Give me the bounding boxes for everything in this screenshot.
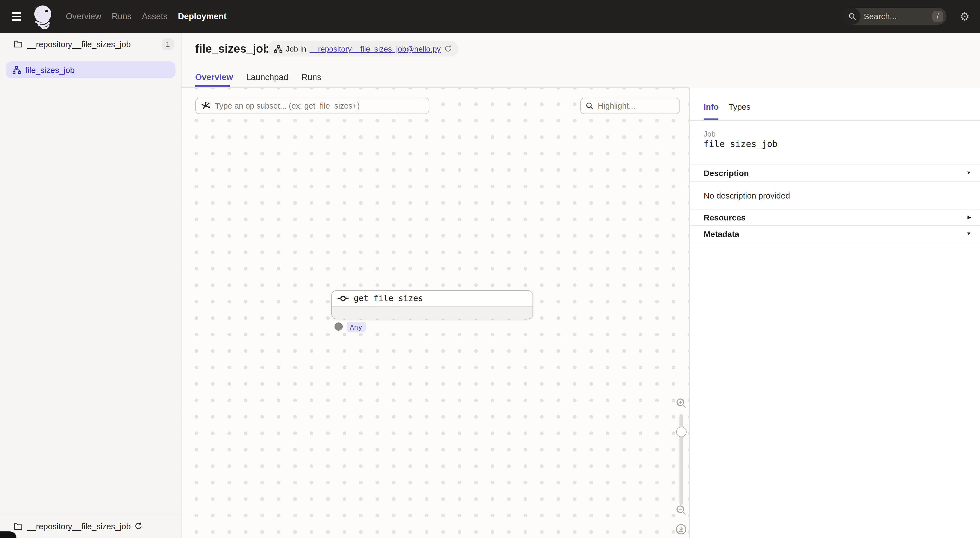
section-metadata[interactable]: Metadata ▼ [690,225,980,242]
info-panel: Info Types Job file_sizes_job Descriptio… [689,88,980,538]
job-sidebar: __repository__file_sizes_job 1 file_size… [0,33,181,538]
job-graph-icon [13,66,21,74]
description-body: No description provided [703,191,790,200]
tab-types[interactable]: Types [729,102,751,111]
job-count-badge: 1 [162,38,174,49]
section-resources-title: Resources [703,213,967,222]
divider [690,242,980,242]
sidebar-item-file-sizes-job[interactable]: file_sizes_job [6,61,175,78]
breadcrumb-repo-link[interactable]: __repository__file_sizes_job@hello.py [310,45,441,53]
sidebar-repository-row[interactable]: __repository__file_sizes_job 1 [0,33,181,56]
section-description-title: Description [703,168,966,177]
job-graph-icon [274,45,282,53]
primary-nav: Overview Runs Assets Deployment [66,0,226,33]
divider [690,181,980,181]
page-title: file_sizes_job [195,42,270,56]
tab-info[interactable]: Info [703,102,719,111]
panel-job-name: file_sizes_job [703,139,778,149]
chevron-down-icon: ▼ [966,170,971,175]
highlight-search[interactable] [580,98,680,114]
nav-item-overview[interactable]: Overview [66,11,101,21]
dagster-logo-icon[interactable] [31,5,54,30]
panel-tabs: Info Types [703,102,751,111]
op-node-body [332,307,533,318]
zoom-controls [673,398,689,538]
job-tabs: Overview Launchpad Runs [195,72,321,82]
chevron-right-icon: ▶ [967,215,971,220]
zoom-out-icon[interactable] [676,505,687,516]
op-node-get-file-sizes[interactable]: get_file_sizes [331,290,533,319]
section-resources[interactable]: Resources ▶ [690,209,980,225]
breadcrumb-prefix: Job in [286,45,306,53]
chevron-down-icon: ▼ [966,231,971,236]
divider [690,120,980,121]
tab-overview[interactable]: Overview [195,72,233,82]
highlight-input[interactable] [598,102,675,110]
hamburger-menu-icon[interactable] [12,10,23,22]
footer-repository-label: __repository__file_sizes_job [27,522,131,531]
download-image-icon[interactable] [676,524,687,535]
nav-item-assets[interactable]: Assets [142,11,167,21]
active-tab-underline [195,85,230,87]
zoom-in-icon[interactable] [676,398,687,409]
tabs-divider [181,87,689,88]
gear-icon[interactable]: ⚙ [958,0,972,33]
op-node-title: get_file_sizes [332,291,533,307]
job-kind-label: Job [703,130,716,138]
nav-item-runs[interactable]: Runs [111,11,131,21]
nav-item-deployment[interactable]: Deployment [178,11,226,21]
top-nav: Overview Runs Assets Deployment / ⚙ [0,0,980,33]
reload-repository-icon[interactable] [135,522,143,530]
sidebar-repository-label: __repository__file_sizes_job [27,39,162,49]
breadcrumb: Job in __repository__file_sizes_job@hell… [267,41,458,56]
tab-runs[interactable]: Runs [301,72,321,82]
op-selector-icon [201,101,211,111]
section-metadata-title: Metadata [703,229,966,238]
op-icon [337,295,349,302]
dagster-app: Overview Runs Assets Deployment / ⚙ [0,0,980,538]
folder-icon [14,522,22,530]
op-node-name: get_file_sizes [354,293,423,303]
zoom-slider-handle[interactable] [676,427,686,437]
folder-icon [14,40,22,48]
global-search[interactable]: / [843,8,947,25]
output-type-badge[interactable]: Any [347,322,366,332]
search-icon [843,8,861,25]
op-subset-input[interactable] [215,102,424,110]
op-graph-canvas[interactable]: get_file_sizes Any [181,88,689,538]
sidebar-item-label: file_sizes_job [25,65,75,75]
tab-launchpad[interactable]: Launchpad [246,72,288,82]
op-subset-selector[interactable] [195,98,430,114]
search-shortcut-badge: / [932,11,943,22]
reload-job-icon[interactable] [444,45,452,53]
job-header: file_sizes_job Job in __repository__file… [181,33,980,88]
search-icon [586,102,593,110]
sidebar-footer: __repository__file_sizes_job [0,514,181,538]
search-input[interactable] [861,11,932,21]
section-description[interactable]: Description ▼ [690,164,980,181]
output-port[interactable] [334,323,343,331]
